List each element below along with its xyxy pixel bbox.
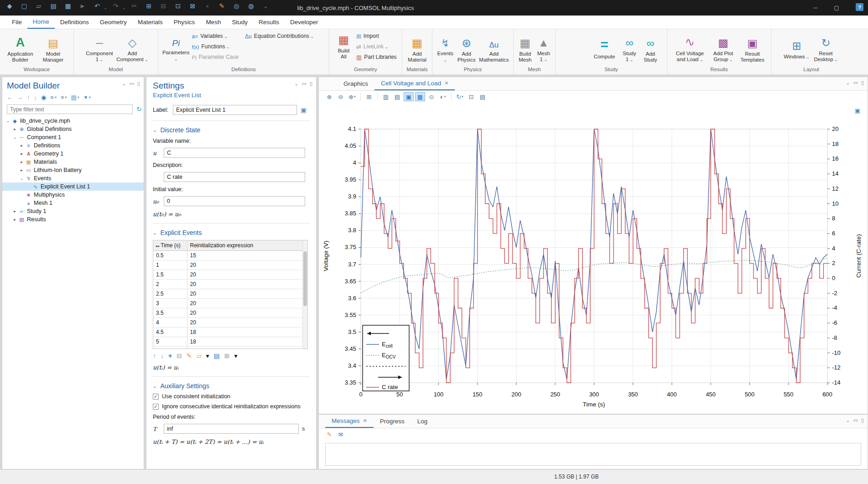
- windows-button[interactable]: Windows: [783, 37, 811, 60]
- y-axis-grid-icon[interactable]: [381, 92, 391, 101]
- cut-icon[interactable]: [128, 2, 140, 13]
- tree-expander-icon[interactable]: ▸: [19, 151, 25, 156]
- menu-item-mesh[interactable]: Mesh: [200, 16, 226, 29]
- tree-item-definitions[interactable]: ▸Definitions: [2, 141, 144, 150]
- delete-icon[interactable]: [187, 2, 198, 13]
- clear-messages-icon[interactable]: [324, 430, 334, 439]
- add-physics-button[interactable]: Add Physics: [456, 34, 476, 63]
- build-mesh-button[interactable]: Build Mesh: [516, 34, 534, 63]
- model-tree-nodes-icon[interactable]: ▾: [71, 94, 79, 101]
- expand-all-icon[interactable]: ▾: [50, 94, 57, 101]
- move-down-icon[interactable]: [34, 94, 37, 101]
- panel-pin-icon[interactable]: ▯: [310, 81, 312, 87]
- tree-item-explicit-event-list-1[interactable]: Explicit Event List 1: [2, 182, 144, 191]
- panel-float-icon[interactable]: ▭: [302, 81, 307, 87]
- import-button[interactable]: Import: [356, 32, 399, 40]
- messages-tab-progress[interactable]: Progress: [374, 415, 411, 428]
- events-table-header-time[interactable]: ▸▸ Time (s): [153, 240, 187, 250]
- close-tab-icon[interactable]: ✕: [444, 80, 448, 86]
- move-up-icon[interactable]: [153, 352, 156, 359]
- back-icon[interactable]: [7, 94, 13, 101]
- expression-cell[interactable]: 20: [187, 317, 303, 327]
- panel-pin-icon[interactable]: ▯: [861, 417, 864, 423]
- tree-expander-icon[interactable]: ▸: [19, 160, 25, 164]
- show-icon[interactable]: [41, 94, 46, 101]
- livelink-button[interactable]: LiveLink: [356, 42, 399, 51]
- application-builder-button[interactable]: Application Builder: [5, 34, 36, 63]
- menu-item-developer[interactable]: Developer: [285, 16, 324, 29]
- tree-expander-icon[interactable]: ⌄: [12, 135, 18, 140]
- scrollbar-thumb[interactable]: [303, 251, 307, 306]
- load-file-icon[interactable]: [197, 352, 202, 359]
- section-explicit-events[interactable]: ⌄ Explicit Events: [153, 229, 310, 236]
- section-auxiliary-settings[interactable]: ⌄ Auxiliary Settings: [153, 382, 310, 390]
- toolbar-overflow-icon[interactable]: [260, 2, 271, 13]
- time-cell[interactable]: 2: [153, 279, 187, 289]
- print-icon[interactable]: [478, 92, 488, 101]
- refresh-icon[interactable]: ↻: [136, 105, 142, 113]
- tree-item-events[interactable]: ⌄Events: [2, 174, 144, 182]
- paste-icon[interactable]: [157, 2, 169, 13]
- panel-menu-icon[interactable]: ⌄: [122, 81, 126, 87]
- lock-axes-icon[interactable]: [426, 92, 437, 101]
- ignore-consecutive-checkbox[interactable]: ✓: [153, 404, 159, 410]
- time-cell[interactable]: 2.5: [153, 289, 187, 298]
- parameters-button[interactable]: Parameters: [161, 33, 191, 62]
- table-settings-icon[interactable]: [224, 352, 230, 359]
- model-manager-button[interactable]: Model Manager: [37, 34, 69, 63]
- clear-selection-icon[interactable]: [216, 2, 228, 13]
- collapse-all-dropdown-icon[interactable]: ▾: [65, 95, 67, 99]
- tree-expander-icon[interactable]: ▸: [12, 127, 18, 131]
- plot-color-icon[interactable]: ▾: [438, 92, 448, 101]
- zoom-box-dropdown-icon[interactable]: ▾: [354, 95, 356, 99]
- tree-item-geometry-1[interactable]: ▸Geometry 1: [2, 150, 144, 158]
- axis-settings-icon[interactable]: [404, 92, 414, 101]
- x-axis-grid-icon[interactable]: [392, 92, 402, 101]
- delete-row-icon[interactable]: [177, 352, 182, 359]
- plot-color-dropdown-icon[interactable]: ▾: [444, 95, 446, 99]
- panel-pin-icon[interactable]: ▯: [861, 80, 864, 86]
- menu-item-home[interactable]: Home: [27, 16, 55, 29]
- menu-item-study[interactable]: Study: [226, 16, 253, 29]
- add-study-button[interactable]: Add Study: [640, 34, 660, 63]
- menu-item-materials[interactable]: Materials: [132, 16, 168, 29]
- tree-filter-input[interactable]: [7, 104, 133, 114]
- variable-name-input[interactable]: [164, 148, 305, 158]
- compute-button[interactable]: Compute: [590, 37, 619, 60]
- tree-item-lib-drive-cycle-mph[interactable]: ⌄lib_drive_cycle.mph: [2, 117, 144, 125]
- time-cell[interactable]: 4.5: [153, 327, 187, 337]
- time-cell[interactable]: 5: [153, 337, 187, 346]
- tree-expander-icon[interactable]: ⌄: [5, 119, 11, 123]
- minimize-button[interactable]: ─: [805, 0, 826, 16]
- component-1-button[interactable]: Component 1: [83, 34, 115, 63]
- expression-cell[interactable]: 12: [187, 346, 303, 349]
- expression-cell[interactable]: 18: [187, 337, 303, 346]
- menu-item-physics[interactable]: Physics: [168, 16, 201, 29]
- copy-icon[interactable]: [143, 2, 155, 13]
- tree-item-study-1[interactable]: ▸Study 1: [2, 207, 144, 215]
- search-tools-icon[interactable]: [245, 2, 257, 13]
- help-button[interactable]: ?: [856, 3, 863, 11]
- use-consistent-initialization-checkbox[interactable]: ✓: [153, 394, 159, 400]
- time-cell[interactable]: 0.5: [153, 250, 187, 260]
- panel-menu-icon[interactable]: ⌄: [846, 417, 850, 423]
- forward-icon[interactable]: [17, 94, 23, 101]
- zoom-in-icon[interactable]: [324, 92, 334, 101]
- undo-icon[interactable]: [91, 2, 103, 13]
- panel-float-icon[interactable]: ▭: [130, 81, 134, 87]
- tree-expander-icon[interactable]: ▸: [19, 143, 25, 148]
- tree-item-global-definitions[interactable]: ▸Global Definitions: [2, 125, 144, 133]
- build-all-button[interactable]: Build All: [332, 31, 355, 60]
- result-templates-button[interactable]: Result Templates: [738, 34, 767, 63]
- time-cell[interactable]: 5.5: [153, 346, 187, 349]
- panel-menu-icon[interactable]: ⌄: [846, 80, 850, 86]
- image-snapshot-icon[interactable]: [466, 92, 476, 101]
- open-file-icon[interactable]: [33, 2, 45, 13]
- expression-cell[interactable]: 15: [187, 250, 303, 260]
- expression-cell[interactable]: 20: [187, 270, 303, 279]
- expression-cell[interactable]: 20: [187, 298, 303, 308]
- add-icon[interactable]: [168, 352, 172, 359]
- refresh-plot-dropdown-icon[interactable]: ▾: [462, 95, 463, 99]
- maximize-button[interactable]: ▢: [826, 0, 847, 16]
- menu-item-definitions[interactable]: Definitions: [55, 16, 94, 29]
